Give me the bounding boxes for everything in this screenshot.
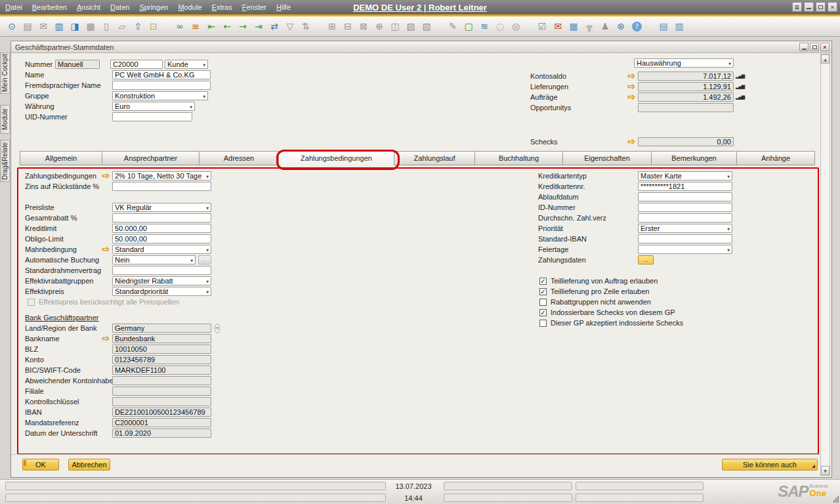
menu-ansicht[interactable]: Ansicht [77, 3, 100, 11]
window-close-icon[interactable]: × [820, 43, 830, 51]
endorsable-checks-checkbox[interactable] [539, 309, 547, 316]
menu-datei[interactable]: Datei [5, 3, 22, 11]
menu-bearbeiten[interactable]: Bearbeiten [32, 3, 67, 11]
gross-profit-icon[interactable]: ⊠ [356, 20, 371, 33]
commitment-limit-input[interactable]: 50.000,00 [112, 234, 211, 243]
refresh-icon[interactable]: ⇄ [266, 20, 282, 33]
cancel-button[interactable]: Abbrechen [68, 459, 110, 471]
dock-icon[interactable]: ≣ [792, 2, 802, 12]
currency-dropdown[interactable]: Euro [112, 102, 195, 111]
vertical-scrollbar[interactable]: ▲ ▼ [820, 54, 830, 476]
average-payment-delay-input[interactable] [638, 213, 732, 222]
print-icon[interactable]: ▤ [20, 20, 35, 33]
tab-buchhaltung[interactable]: Buchhaltung [474, 151, 562, 165]
sidebar-tab-mein-cockpit[interactable]: Mein Cockpit [0, 52, 10, 94]
link-arrow-icon[interactable]: ⇨ [102, 245, 112, 254]
menu-extras[interactable]: Extras [212, 3, 232, 11]
foreign-name-input[interactable] [112, 81, 211, 90]
calendar-icon[interactable]: ☑ [534, 20, 550, 33]
country-info-icon[interactable]: ≡ [215, 324, 220, 333]
link-arrow-icon[interactable]: ⇨ [628, 137, 638, 146]
partial-delivery-order-checkbox[interactable] [539, 278, 547, 285]
org-chart-icon[interactable]: ╦ [581, 20, 597, 33]
mobile-sync-icon[interactable]: ◨ [67, 20, 83, 33]
next-record-icon[interactable]: → [235, 20, 251, 33]
interest-on-arrears-input[interactable] [112, 182, 211, 191]
tab-zahlungsbedingungen[interactable]: Zahlungsbedingungen [278, 151, 394, 165]
automatic-posting-dropdown[interactable]: Nein [112, 255, 196, 264]
export-excel-icon[interactable]: ▦ [83, 20, 98, 33]
payment-means-icon[interactable]: ⊕ [371, 20, 387, 33]
balance-chart-icon[interactable]: ▂▄▆ [736, 72, 744, 81]
no-discount-groups-checkbox[interactable] [539, 299, 547, 306]
employee-icon[interactable]: ♟ [597, 20, 613, 33]
app-restore-icon[interactable] [816, 2, 826, 12]
link-arrow-icon[interactable]: ⇨ [628, 93, 638, 102]
sort-icon[interactable]: ⇅ [298, 20, 314, 33]
copy-to-icon[interactable]: ⊟ [340, 20, 356, 33]
export-pdf-icon[interactable]: ▱ [114, 20, 130, 33]
app-minimize-icon[interactable] [804, 2, 814, 12]
holidays-dropdown[interactable] [638, 245, 732, 254]
tab-anhaenge[interactable]: Anhänge [736, 151, 815, 165]
lock-screen-icon[interactable]: ⊡ [146, 20, 161, 33]
mail-alert-icon[interactable]: ✉ [550, 20, 566, 33]
you-can-also-button[interactable]: Sie können auch [722, 459, 818, 471]
bp-code-input[interactable]: C20000 [110, 60, 163, 69]
id-number-input[interactable] [638, 203, 732, 212]
sidebar-tab-drag-relate[interactable]: Drag&Relate [0, 140, 10, 182]
menu-hilfe[interactable]: Hilfe [276, 3, 291, 11]
window-minimize-icon[interactable] [799, 43, 808, 51]
dialog-icon[interactable]: ◎ [508, 20, 524, 33]
priority-dropdown[interactable]: Erster [638, 224, 732, 233]
payment-dates-button[interactable]: ... [638, 255, 654, 264]
tab-allgemein[interactable]: Allgemein [20, 151, 102, 165]
resize-grip-icon[interactable] [833, 496, 839, 503]
target-document-icon[interactable]: ▨ [403, 20, 419, 33]
first-record-icon[interactable]: ⇤ [203, 20, 219, 33]
bp-type-dropdown[interactable]: Kunde [165, 60, 208, 69]
app-close-icon[interactable]: × [828, 2, 837, 12]
notes-1-icon[interactable]: ▤ [656, 20, 671, 33]
price-list-dropdown[interactable]: VK Regulär [112, 203, 211, 212]
link-arrow-icon[interactable]: ⇨ [628, 72, 638, 81]
export-word-icon[interactable]: ▯ [98, 20, 114, 33]
previous-record-icon[interactable]: ← [219, 20, 235, 33]
tab-eigenschaften[interactable]: Eigenschaften [562, 151, 651, 165]
tab-adressen[interactable]: Adressen [199, 151, 278, 165]
ok-button[interactable]: OK [22, 459, 59, 471]
web-browser-icon[interactable]: ⊛ [613, 20, 629, 33]
credit-card-number-input[interactable]: **********1821 [638, 182, 732, 191]
dunning-term-dropdown[interactable]: Standard [112, 245, 211, 254]
tab-bemerkungen[interactable]: Bemerkungen [651, 151, 736, 165]
expiry-date-input[interactable] [638, 192, 732, 201]
menu-module[interactable]: Module [178, 3, 201, 11]
schedule-report-icon[interactable]: ▦ [566, 20, 581, 33]
group-dropdown[interactable]: Konstruktion [112, 91, 208, 100]
uid-number-input[interactable] [112, 112, 192, 121]
link-arrow-icon[interactable]: ⇨ [102, 171, 112, 180]
edit-icon[interactable]: ✎ [445, 20, 461, 33]
credit-limit-input[interactable]: 50.000,00 [112, 224, 211, 233]
sidebar-tab-module[interactable]: Module [0, 105, 10, 134]
find-icon[interactable]: ∞ [172, 20, 188, 33]
tab-zahlungslauf[interactable]: Zahlungslauf [394, 151, 474, 165]
menu-fenster[interactable]: Fenster [242, 3, 266, 11]
help-icon[interactable]: ? [632, 22, 642, 32]
new-activity-icon[interactable]: ▢ [461, 20, 476, 33]
accepts-endorsed-checks-checkbox[interactable] [539, 320, 547, 327]
effective-price-dropdown[interactable]: Standardpriorität [112, 287, 211, 296]
total-discount-input[interactable] [112, 213, 211, 222]
email-icon[interactable]: ✉ [35, 20, 51, 33]
records-icon[interactable]: ≡ [188, 20, 203, 33]
print-preview-icon[interactable]: ▥ [51, 20, 67, 33]
payment-terms-dropdown[interactable]: 2% 10 Tage, Netto 30 Tage [112, 171, 211, 180]
last-record-icon[interactable]: ⇥ [251, 20, 266, 33]
default-blanket-agreement-input[interactable] [112, 266, 211, 275]
copy-from-icon[interactable]: ⊞ [324, 20, 340, 33]
link-arrow-icon[interactable]: ⇨ [628, 82, 638, 91]
preview-icon[interactable]: ⊙ [4, 20, 20, 33]
partial-delivery-row-checkbox[interactable] [539, 288, 547, 295]
query-icon[interactable]: ▧ [419, 20, 434, 33]
menu-daten[interactable]: Daten [110, 3, 129, 11]
